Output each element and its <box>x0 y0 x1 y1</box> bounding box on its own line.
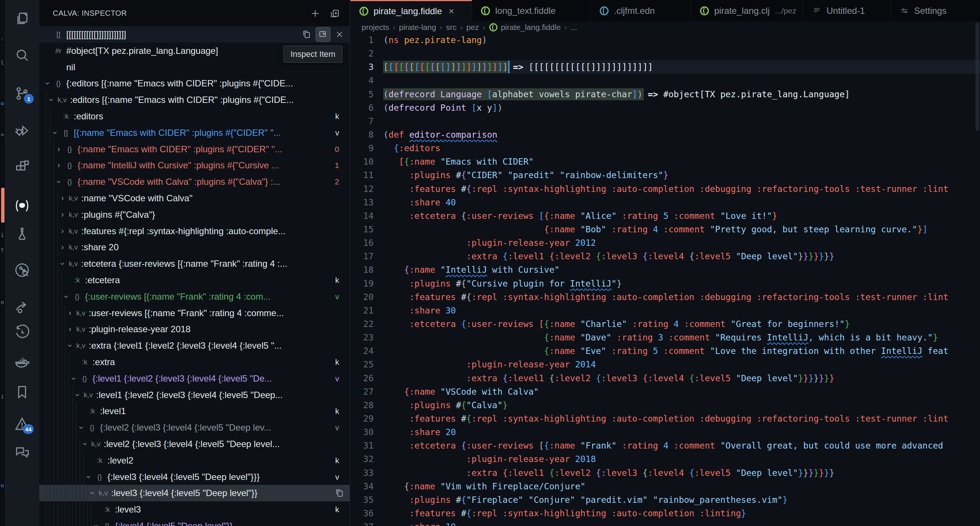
code-line[interactable]: 18 {:name "IntelliJ with Cursive" <box>350 263 980 277</box>
search-icon[interactable] <box>13 46 31 64</box>
code-line[interactable]: 23 {:name "Dave" :rating 3 :comment "Req… <box>350 331 980 344</box>
inspector-row[interactable]: ›{}{:level2 {:level3 {:level4 {:level5 "… <box>39 420 350 436</box>
tab-.cljfmt.edn[interactable]: .cljfmt.edn <box>591 0 691 21</box>
code-line[interactable]: 32 :plugin-release-year 2018 <box>350 452 980 466</box>
code-editor[interactable]: 1(ns pez.pirate-lang)23[[[[[[[[[[[[]]]]]… <box>350 33 980 526</box>
calva-icon[interactable] <box>13 197 31 215</box>
inspector-row[interactable]: ›k,v:editors [{:name "Emacs with CIDER" … <box>39 92 350 108</box>
inspector-row[interactable]: [][[[[[[[[[[[[]]]]]]]]]]]] <box>39 26 350 43</box>
files-icon[interactable] <box>13 10 31 27</box>
code-line[interactable]: 20 :features #{:repl :syntax-highlightin… <box>350 290 980 304</box>
copy-icon[interactable] <box>299 27 314 41</box>
code-line[interactable]: 12 :features #{:repl :syntax-highlightin… <box>350 182 980 195</box>
chevron-right-icon[interactable]: › <box>54 145 63 154</box>
inspector-row[interactable]: ›k,v:etcetera {:user-reviews [{:name "Fr… <box>39 256 350 272</box>
inspector-row[interactable]: :k:level3k <box>39 501 350 518</box>
code-line[interactable]: 34 {:name "Vim with Fireplace/Conjure" <box>350 480 980 493</box>
code-line[interactable]: 16 :plugin-release-year 2012 <box>350 236 980 249</box>
inspector-row[interactable]: ›k,v:plugins #{"Calva"} <box>39 207 350 223</box>
debug-icon[interactable] <box>13 122 31 139</box>
chevron-down-icon[interactable]: › <box>46 95 56 104</box>
code-line[interactable]: 14 :etcetera {:user-reviews [{:name "Ali… <box>350 209 980 222</box>
code-line[interactable]: 31 :etcetera {:user-reviews [{:name "Fra… <box>350 439 980 452</box>
code-line[interactable]: 7 <box>350 114 980 128</box>
chevron-right-icon[interactable]: › <box>65 308 75 318</box>
inspector-row[interactable]: ›{}{:level1 {:level2 {:level3 {:level4 {… <box>39 370 350 387</box>
inspector-row[interactable]: ›k,v:share 20 <box>39 239 350 256</box>
inspector-row[interactable]: ›k,v:level3 {:level4 {:level5 "Deep leve… <box>39 485 350 501</box>
chevron-down-icon[interactable]: › <box>61 292 71 301</box>
code-line[interactable]: 29 :features #{:repl :syntax-highlightin… <box>350 412 980 425</box>
code-line[interactable]: 17 :extra {:level1 {:level2 {:level3 {:l… <box>350 249 980 263</box>
code-line[interactable]: 9 {:editors <box>350 141 980 155</box>
chevron-down-icon[interactable]: › <box>84 472 94 482</box>
inspector-row[interactable]: ›k,v:user-reviews [{:name "Frank" :ratin… <box>39 305 350 321</box>
code-line[interactable]: 35 :plugins #{"Fireplace" "Conjure" "par… <box>350 493 980 507</box>
code-line[interactable]: 37 :share 10 <box>350 520 980 526</box>
beaker-icon[interactable] <box>13 225 31 242</box>
chevron-right-icon[interactable]: › <box>58 194 67 203</box>
code-line[interactable]: 4 <box>350 74 980 87</box>
inspector-row[interactable]: ›k,v:plugin-release-year 2018 <box>39 321 350 337</box>
comments-icon[interactable] <box>13 444 31 461</box>
plus-icon[interactable] <box>309 7 322 20</box>
inspector-row[interactable]: :k:extrak <box>39 354 350 370</box>
chevron-right-icon[interactable]: › <box>54 161 63 170</box>
history-icon[interactable] <box>13 324 31 341</box>
tab-settings[interactable]: Settings <box>891 0 980 21</box>
inspector-row[interactable]: ›{}{:user-reviews [{:name "Frank" :ratin… <box>39 288 350 305</box>
inspector-row[interactable]: :k:editorsk <box>39 108 350 125</box>
chevron-down-icon[interactable]: › <box>54 177 64 186</box>
inspector-row[interactable]: ›{}{:name "VSCode with Calva" :plugins #… <box>39 173 350 190</box>
chevron-down-icon[interactable]: › <box>43 79 52 88</box>
code-line[interactable]: 15 {:name "Bob" :rating 4 :comment "Pret… <box>350 222 980 236</box>
code-line[interactable]: 11 :plugins #{"CIDER" "paredit" "rainbow… <box>350 168 980 182</box>
breadcrumb[interactable]: projects›pirate-lang›src›pez›pirate_lang… <box>350 21 980 33</box>
chevron-down-icon[interactable]: › <box>65 341 75 350</box>
code-line[interactable]: 36 :features #{:repl :syntax-highlightin… <box>350 507 980 520</box>
inspector-row[interactable]: ›[][{:name "Emacs with CIDER" :plugins #… <box>39 125 350 141</box>
tab-untitled-1[interactable]: Untitled-1 <box>803 0 891 21</box>
inspector-row[interactable]: ›k,v:extra {:level1 {:level2 {:level3 {:… <box>39 337 350 354</box>
inspector-row[interactable]: ›{}{:level3 {:level4 {:level5 "Deep leve… <box>39 469 350 485</box>
inspector-row[interactable]: ›{}{:editors [{:name "Emacs with CIDER" … <box>39 75 350 92</box>
chevron-right-icon[interactable]: › <box>58 226 67 236</box>
breadcrumb-item[interactable]: pirate-lang <box>399 23 436 32</box>
code-line[interactable]: 2 <box>350 47 980 60</box>
inspector-row[interactable]: :k:level1k <box>39 403 350 420</box>
inspector-row[interactable]: ›k,v:features #{:repl :syntax-highlighti… <box>39 223 350 240</box>
docker-icon[interactable] <box>13 354 31 372</box>
bookmark-icon[interactable] <box>13 383 31 400</box>
code-line[interactable]: 5(defrecord Language [alphabet vowels pi… <box>350 87 980 101</box>
chevron-down-icon[interactable]: › <box>69 374 79 383</box>
code-line[interactable]: 19 :plugins #{"Cursive plugin for Intell… <box>350 277 980 290</box>
tab-pirate_lang.fiddle[interactable]: pirate_lang.fiddle× <box>350 0 472 21</box>
new-window-icon[interactable] <box>328 7 341 20</box>
code-line[interactable]: 25 :plugin-release-year 2014 <box>350 358 980 371</box>
inspector-row[interactable]: :k:level2k <box>39 452 350 469</box>
breadcrumb-item[interactable]: pez <box>466 23 479 32</box>
code-line[interactable]: 6(defrecord Point [x y]) <box>350 101 980 114</box>
inspector-row[interactable]: :k:etceterak <box>39 272 350 288</box>
code-line[interactable]: 24 {:name "Eve" :rating 5 :comment "Love… <box>350 344 980 358</box>
scrollbar-thumb[interactable] <box>975 22 979 131</box>
chevron-down-icon[interactable]: › <box>76 423 86 432</box>
extensions-icon[interactable] <box>13 159 31 176</box>
code-line[interactable]: 13 :share 40 <box>350 195 980 209</box>
chevron-right-icon[interactable]: › <box>65 324 75 334</box>
chevron-right-icon[interactable]: › <box>58 242 67 252</box>
breadcrumb-item[interactable]: src <box>446 23 456 32</box>
inspector-row[interactable]: ›{}{:name "IntelliJ with Cursive" :plugi… <box>39 157 350 173</box>
chevron-right-icon[interactable]: › <box>58 210 67 219</box>
code-line[interactable]: 28 :plugins #{"Calva"} <box>350 399 980 412</box>
close-icon[interactable]: × <box>449 6 454 16</box>
tab-pirate_lang.clj[interactable]: pirate_lang.clj.../pez <box>691 0 803 21</box>
editor-area[interactable]: pirate_lang.fiddle×long_text.fiddle.cljf… <box>350 0 980 526</box>
inspect-icon[interactable] <box>316 27 330 41</box>
share-icon[interactable] <box>13 299 31 316</box>
code-line[interactable]: 22 :etcetera {:user-reviews [{:name "Cha… <box>350 317 980 331</box>
chevron-down-icon[interactable]: › <box>50 128 60 137</box>
inspector-row[interactable]: ›{}{:level4 {:level5 "Deep level"}} <box>39 518 350 526</box>
breadcrumb-item[interactable]: pirate_lang.fiddle <box>489 23 561 32</box>
copy-icon[interactable] <box>332 486 347 500</box>
